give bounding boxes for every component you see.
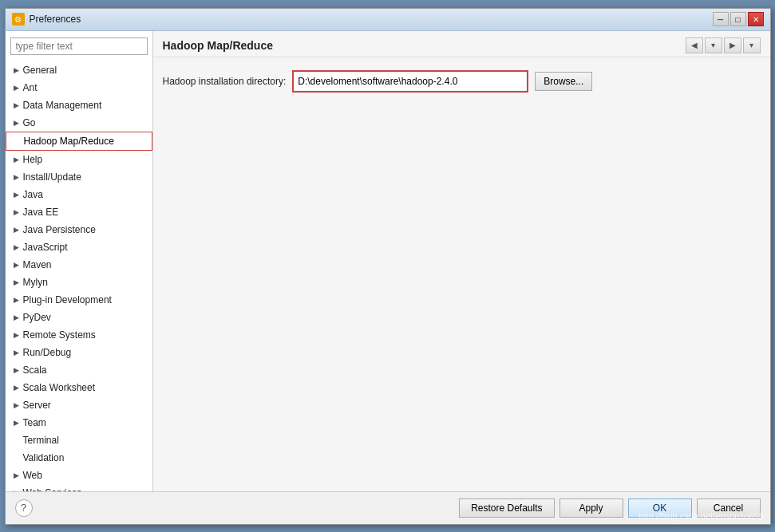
tree-arrow-remote-systems: ▶ (12, 330, 22, 340)
tree-arrow-pydev: ▶ (12, 313, 22, 322)
sidebar-item-label-team: Team (23, 416, 46, 430)
bottom-bar: ? Restore Defaults Apply OK Cancel (6, 491, 770, 524)
sidebar-item-label-run-debug: Run/Debug (23, 345, 72, 360)
title-bar: ⚙ Preferences ─ □ ✕ (6, 9, 770, 31)
sidebar-item-java[interactable]: ▶Java (6, 186, 152, 203)
hadoop-dir-label: Hadoop installation directory: (163, 76, 287, 87)
sidebar-item-label-help: Help (23, 152, 43, 167)
sidebar-item-label-javascript: JavaScript (23, 240, 68, 254)
title-bar-left: ⚙ Preferences (12, 13, 81, 26)
tree-arrow-java-ee: ▶ (12, 207, 22, 217)
back-button[interactable]: ◀ (686, 37, 703, 53)
tree-arrow-server: ▶ (12, 400, 22, 410)
tree-arrow-scala-worksheet: ▶ (12, 383, 22, 392)
sidebar-item-label-terminal: Terminal (23, 433, 59, 447)
tree-arrow-ant: ▶ (12, 83, 22, 93)
close-button[interactable]: ✕ (748, 12, 764, 26)
forward-dropdown-button[interactable]: ▾ (743, 37, 761, 53)
apply-button[interactable]: Apply (560, 499, 623, 518)
sidebar-item-javascript[interactable]: ▶JavaScript (6, 238, 152, 256)
sidebar: ▶General▶Ant▶Data Management▶GoHadoop Ma… (6, 31, 153, 491)
sidebar-item-label-install-update: Install/Update (23, 170, 81, 184)
cancel-button[interactable]: Cancel (697, 499, 761, 518)
window-controls: ─ □ ✕ (713, 12, 764, 26)
sidebar-item-general[interactable]: ▶General (6, 61, 152, 79)
maximize-button[interactable]: □ (730, 12, 746, 26)
restore-defaults-button[interactable]: Restore Defaults (459, 499, 554, 518)
window-icon: ⚙ (12, 13, 25, 26)
tree-arrow-team: ▶ (12, 418, 22, 428)
panel-header: Hadoop Map/Reduce ◀ ▾ ▶ ▾ (153, 31, 770, 57)
tree-arrow-java: ▶ (12, 190, 22, 199)
sidebar-item-go[interactable]: ▶Go (6, 114, 152, 132)
tree-arrow-terminal (12, 435, 22, 445)
sidebar-item-pydev[interactable]: ▶PyDev (6, 309, 152, 326)
sidebar-item-server[interactable]: ▶Server (6, 396, 152, 414)
sidebar-item-label-server: Server (23, 398, 51, 412)
tree-arrow-java-persistence: ▶ (12, 225, 22, 234)
sidebar-item-maven[interactable]: ▶Maven (6, 256, 152, 274)
tree-arrow-maven: ▶ (12, 260, 22, 270)
sidebar-item-help[interactable]: ▶Help (6, 151, 152, 168)
sidebar-item-label-pydev: PyDev (23, 310, 51, 325)
sidebar-item-validation[interactable]: Validation (6, 449, 152, 467)
tree-arrow-help: ▶ (12, 155, 22, 164)
sidebar-item-install-update[interactable]: ▶Install/Update (6, 168, 152, 186)
forward-button[interactable]: ▶ (724, 37, 741, 53)
help-button[interactable]: ? (15, 499, 33, 517)
sidebar-item-java-ee[interactable]: ▶Java EE (6, 203, 152, 221)
sidebar-item-run-debug[interactable]: ▶Run/Debug (6, 344, 152, 361)
sidebar-item-hadoop[interactable]: Hadoop Map/Reduce (6, 132, 152, 151)
sidebar-item-data-management[interactable]: ▶Data Management (6, 97, 152, 114)
sidebar-item-label-remote-systems: Remote Systems (23, 328, 96, 342)
tree-arrow-install-update: ▶ (12, 172, 22, 182)
tree-arrow-mylyn: ▶ (12, 278, 22, 287)
tree-arrow-web: ▶ (12, 471, 22, 480)
tree-arrow-javascript: ▶ (12, 242, 22, 252)
hadoop-dir-input[interactable] (295, 73, 526, 90)
browse-button[interactable]: Browse... (535, 72, 592, 91)
preferences-window: ⚙ Preferences ─ □ ✕ ▶General▶Ant▶Data Ma… (5, 8, 771, 525)
main-panel: Hadoop Map/Reduce ◀ ▾ ▶ ▾ Hadoop install… (153, 31, 770, 491)
sidebar-item-ant[interactable]: ▶Ant (6, 79, 152, 97)
sidebar-item-label-maven: Maven (23, 258, 52, 272)
sidebar-item-scala[interactable]: ▶Scala (6, 361, 152, 379)
panel-toolbar: ◀ ▾ ▶ ▾ (686, 37, 761, 53)
tree-arrow-scala: ▶ (12, 365, 22, 375)
sidebar-item-scala-worksheet[interactable]: ▶Scala Worksheet (6, 379, 152, 396)
sidebar-item-team[interactable]: ▶Team (6, 414, 152, 432)
sidebar-item-web-services[interactable]: ▶Web Services (6, 484, 152, 491)
ok-button[interactable]: OK (628, 499, 692, 518)
sidebar-item-label-java: Java (23, 187, 43, 202)
window-title: Preferences (30, 14, 81, 25)
bottom-buttons: Restore Defaults Apply OK Cancel (459, 499, 760, 518)
sidebar-item-terminal[interactable]: Terminal (6, 432, 152, 449)
search-input[interactable] (10, 37, 148, 55)
panel-content: Hadoop installation directory: Browse... (153, 57, 770, 491)
sidebar-item-label-java-persistence: Java Persistence (23, 223, 96, 237)
sidebar-item-label-data-management: Data Management (23, 98, 102, 112)
tree-arrow-go: ▶ (12, 118, 22, 128)
dropdown-button[interactable]: ▾ (705, 37, 722, 53)
sidebar-item-label-mylyn: Mylyn (23, 275, 48, 290)
sidebar-item-label-scala-worksheet: Scala Worksheet (23, 380, 96, 395)
tree-arrow-data-management: ▶ (12, 100, 22, 110)
minimize-button[interactable]: ─ (713, 12, 729, 26)
sidebar-item-remote-systems[interactable]: ▶Remote Systems (6, 326, 152, 344)
sidebar-item-label-web: Web (23, 468, 42, 483)
hadoop-dir-input-container (292, 70, 528, 93)
sidebar-item-label-plugin-dev: Plug-in Development (23, 293, 112, 307)
tree-arrow-plugin-dev: ▶ (12, 295, 22, 305)
sidebar-item-label-go: Go (23, 116, 36, 130)
sidebar-item-label-general: General (23, 63, 57, 77)
sidebar-item-web[interactable]: ▶Web (6, 467, 152, 484)
hadoop-dir-row: Hadoop installation directory: Browse... (163, 70, 761, 93)
panel-title: Hadoop Map/Reduce (163, 39, 273, 52)
content-area: ▶General▶Ant▶Data Management▶GoHadoop Ma… (6, 31, 770, 491)
sidebar-item-java-persistence[interactable]: ▶Java Persistence (6, 221, 152, 238)
sidebar-item-mylyn[interactable]: ▶Mylyn (6, 274, 152, 291)
tree-arrow-general: ▶ (12, 65, 22, 75)
sidebar-item-label-ant: Ant (23, 81, 38, 95)
sidebar-item-plugin-dev[interactable]: ▶Plug-in Development (6, 291, 152, 309)
tree-arrow-run-debug: ▶ (12, 348, 22, 357)
